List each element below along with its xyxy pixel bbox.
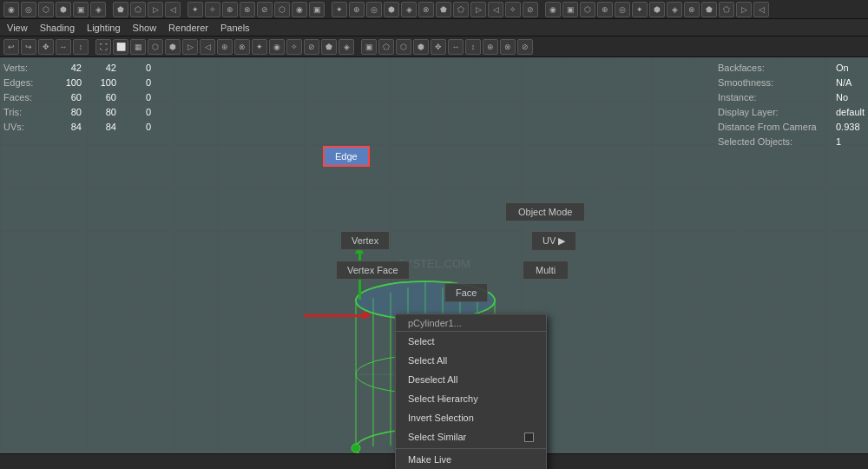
toolbar-icon-35[interactable]: ◎ — [615, 2, 630, 17]
toolbar-icon-37[interactable]: ⬢ — [649, 2, 665, 17]
uvs-val3: 0 — [120, 120, 151, 135]
toolbar2-icon-27[interactable]: ↕ — [465, 39, 481, 55]
faces-val2: 60 — [85, 90, 116, 105]
toolbar2-icon-4[interactable]: ↔ — [56, 39, 71, 55]
toolbar2-icon-28[interactable]: ⊕ — [483, 39, 498, 55]
toolbar2-icon-30[interactable]: ⊘ — [517, 39, 533, 55]
toolbar-icon-3[interactable]: ⬡ — [38, 2, 54, 17]
toolbar2-icon-2[interactable]: ↪ — [21, 39, 36, 55]
toolbar-icon-29[interactable]: ✧ — [505, 2, 521, 17]
context-menu-select[interactable]: Select — [396, 332, 546, 351]
toolbar-icon-36[interactable]: ✦ — [632, 2, 648, 17]
toolbar2-icon-17[interactable]: ✧ — [286, 39, 302, 55]
context-menu-make-live[interactable]: Make Live — [396, 448, 546, 469]
toolbar-icon-39[interactable]: ⊗ — [684, 2, 700, 17]
toolbar-icon-34[interactable]: ⊕ — [597, 2, 613, 17]
context-menu-select-similar[interactable]: Select Similar — [396, 427, 546, 446]
toolbar-icon-32[interactable]: ▣ — [562, 2, 578, 17]
toolbar-icon-16[interactable]: ⬡ — [274, 2, 290, 17]
toolbar2-icon-5[interactable]: ↕ — [73, 39, 89, 55]
edge-mode-button[interactable]: Edge — [323, 146, 370, 167]
toolbar-icon-10[interactable]: ◁ — [165, 2, 181, 17]
toolbar-icon-13[interactable]: ⊕ — [222, 2, 238, 17]
toolbar2-icon-22[interactable]: ⬠ — [378, 39, 394, 55]
toolbar2-icon-21[interactable]: ▣ — [361, 39, 377, 55]
toolbar-icon-31[interactable]: ◉ — [545, 2, 561, 17]
instance-val: No — [836, 90, 848, 105]
toolbar2-icon-26[interactable]: ↔ — [448, 39, 464, 55]
toolbar2-icon-12[interactable]: ◁ — [200, 39, 215, 55]
toolbar-icon-14[interactable]: ⊗ — [240, 2, 255, 17]
toolbar2-icon-14[interactable]: ⊗ — [234, 39, 250, 55]
menu-shading[interactable]: Shading — [40, 23, 75, 33]
toolbar2-icon-15[interactable]: ✦ — [252, 39, 267, 55]
toolbar2-icon-8[interactable]: ▦ — [130, 39, 146, 55]
menu-lighting[interactable]: Lighting — [87, 23, 121, 33]
toolbar2-icon-25[interactable]: ✥ — [431, 39, 446, 55]
toolbar-icon-15[interactable]: ⊘ — [257, 2, 273, 17]
toolbar-icon-20[interactable]: ⊕ — [349, 2, 365, 17]
toolbar-icon-6[interactable]: ◈ — [90, 2, 106, 17]
toolbar-icon-24[interactable]: ⊗ — [418, 2, 434, 17]
viewport[interactable]: Verts: 42 42 0 Edges: 100 100 0 Faces: 6… — [0, 57, 868, 469]
toolbar2-icon-16[interactable]: ◉ — [269, 39, 285, 55]
tris-val2: 80 — [85, 105, 116, 120]
toolbar-icon-12[interactable]: ✧ — [205, 2, 220, 17]
menu-view[interactable]: View — [7, 23, 28, 33]
context-menu-select-hierarchy[interactable]: Select Hierarchy — [396, 389, 546, 408]
toolbar2-icon-29[interactable]: ⊗ — [500, 39, 516, 55]
toolbar-icon-2[interactable]: ◎ — [21, 2, 36, 17]
toolbar-icon-19[interactable]: ✦ — [332, 2, 347, 17]
toolbar-icon-30[interactable]: ⊘ — [523, 2, 538, 17]
multi-mode-button[interactable]: Multi — [523, 261, 569, 280]
context-menu-invert-selection[interactable]: Invert Selection — [396, 408, 546, 427]
toolbar-icon-43[interactable]: ◁ — [753, 2, 769, 17]
uv-mode-button[interactable]: UV ▶ — [531, 231, 576, 251]
toolbar-icon-25[interactable]: ⬟ — [436, 2, 451, 17]
toolbar-icon-18[interactable]: ▣ — [309, 2, 325, 17]
toolbar2-icon-18[interactable]: ⊘ — [304, 39, 319, 55]
toolbar-icon-41[interactable]: ⬠ — [719, 2, 734, 17]
select-similar-checkbox[interactable] — [524, 433, 534, 442]
toolbar2-icon-11[interactable]: ▷ — [182, 39, 198, 55]
menu-renderer[interactable]: Renderer — [168, 23, 208, 33]
toolbar-icon-9[interactable]: ▷ — [148, 2, 163, 17]
toolbar-icon-33[interactable]: ⬡ — [580, 2, 595, 17]
toolbar2-icon-7[interactable]: ⬜ — [113, 39, 128, 55]
toolbar-icon-7[interactable]: ⬟ — [113, 2, 128, 17]
toolbar2-icon-10[interactable]: ⬢ — [165, 39, 181, 55]
toolbar-icon-42[interactable]: ▷ — [736, 2, 752, 17]
toolbar2-icon-1[interactable]: ↩ — [3, 39, 19, 55]
toolbar-icon-23[interactable]: ◈ — [401, 2, 417, 17]
toolbar-icon-26[interactable]: ⬠ — [453, 2, 469, 17]
context-menu-select-all[interactable]: Select All — [396, 351, 546, 370]
context-menu-deselect-all[interactable]: Deselect All — [396, 370, 546, 389]
toolbar2-icon-9[interactable]: ⬡ — [148, 39, 163, 55]
toolbar-icon-21[interactable]: ◎ — [366, 2, 382, 17]
face-mode-button[interactable]: Face — [444, 283, 488, 302]
toolbar-icon-4[interactable]: ⬢ — [56, 2, 71, 17]
toolbar-icon-1[interactable]: ◉ — [3, 2, 19, 17]
toolbar-icon-22[interactable]: ⬢ — [384, 2, 399, 17]
toolbar-icon-38[interactable]: ◈ — [667, 2, 682, 17]
menu-panels[interactable]: Panels — [220, 23, 250, 33]
toolbar-icon-28[interactable]: ◁ — [488, 2, 503, 17]
toolbar-icon-8[interactable]: ⬠ — [130, 2, 146, 17]
toolbar2-icon-20[interactable]: ◈ — [339, 39, 354, 55]
toolbar2-icon-6[interactable]: ⛶ — [95, 39, 111, 55]
toolbar2-icon-3[interactable]: ✥ — [38, 39, 54, 55]
toolbar2-icon-19[interactable]: ⬟ — [321, 39, 337, 55]
toolbar-icon-11[interactable]: ✦ — [187, 2, 203, 17]
toolbar2-icon-23[interactable]: ⬡ — [396, 39, 411, 55]
toolbar-icon-17[interactable]: ◉ — [292, 2, 307, 17]
toolbar-icon-27[interactable]: ▷ — [470, 2, 486, 17]
vertex-face-mode-button[interactable]: Vertex Face — [336, 261, 410, 280]
toolbar-icon-40[interactable]: ⬟ — [701, 2, 717, 17]
menu-show[interactable]: Show — [133, 23, 157, 33]
object-mode-button[interactable]: Object Mode — [505, 202, 585, 221]
uvs-val2: 84 — [85, 120, 116, 135]
toolbar2-icon-24[interactable]: ⬢ — [413, 39, 429, 55]
toolbar2-icon-13[interactable]: ⊕ — [217, 39, 233, 55]
vertex-mode-button[interactable]: Vertex — [340, 231, 390, 250]
toolbar-icon-5[interactable]: ▣ — [73, 2, 89, 17]
